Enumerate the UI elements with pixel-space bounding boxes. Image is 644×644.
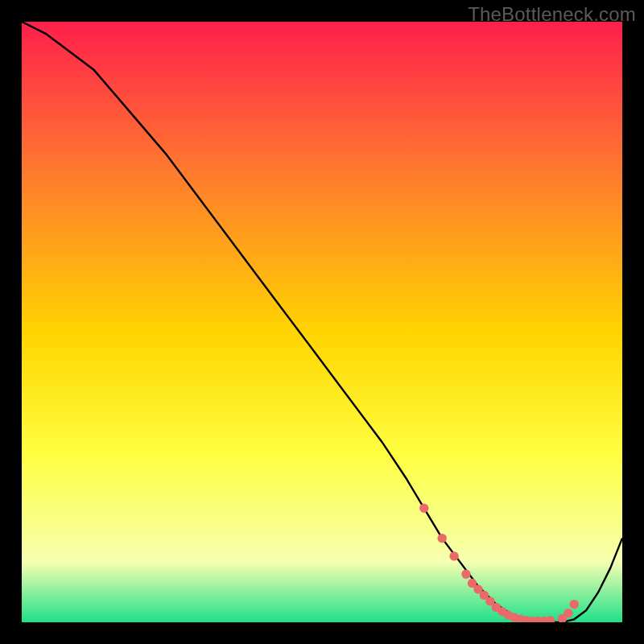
data-marker bbox=[570, 600, 579, 609]
gradient-background bbox=[22, 22, 622, 622]
data-marker bbox=[564, 609, 572, 617]
chart-svg bbox=[22, 22, 622, 622]
plot-area bbox=[22, 22, 622, 622]
data-marker bbox=[419, 504, 428, 513]
watermark-text: TheBottleneck.com bbox=[468, 3, 636, 26]
chart-frame: TheBottleneck.com bbox=[0, 0, 644, 644]
data-marker bbox=[449, 551, 458, 560]
data-marker bbox=[461, 570, 470, 579]
data-marker bbox=[438, 534, 447, 543]
